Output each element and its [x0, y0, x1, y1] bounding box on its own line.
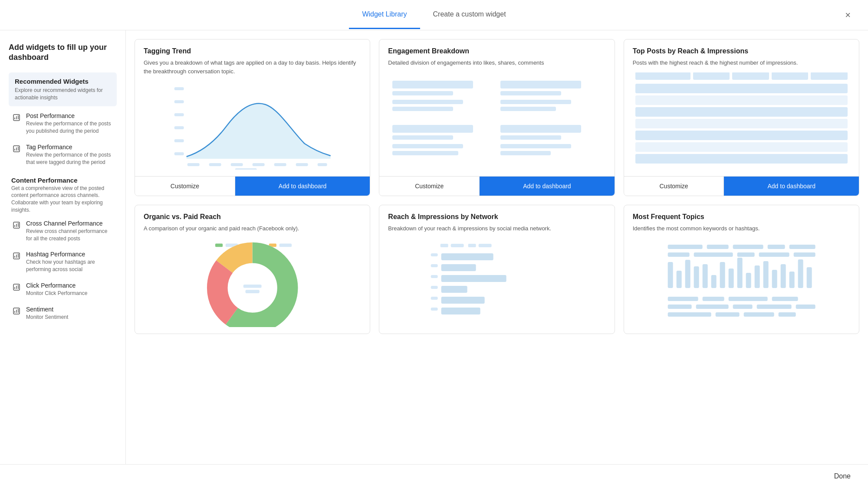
svg-rect-91 [789, 272, 794, 288]
svg-rect-86 [746, 273, 751, 288]
svg-rect-66 [441, 308, 480, 314]
svg-rect-61 [441, 253, 493, 260]
svg-rect-92 [798, 259, 803, 288]
widget-frequent-topics: Most Frequent Topics Identifies the most… [624, 205, 859, 334]
widget-tagging-trend: Tagging Trend Gives you a breakdown of w… [135, 39, 370, 196]
top-posts-customize[interactable]: Customize [624, 177, 724, 196]
top-posts-add[interactable]: Add to dashboard [724, 177, 859, 196]
click-title: Click Performance [26, 282, 87, 289]
close-button[interactable]: × [845, 10, 851, 20]
widget-reach-network: Reach & Impressions by Network Breakdown… [379, 205, 615, 334]
tab-create-custom[interactable]: Create a custom widget [420, 1, 519, 29]
svg-rect-74 [737, 252, 754, 257]
done-button[interactable]: Done [834, 472, 851, 480]
svg-rect-37 [235, 168, 257, 170]
svg-rect-106 [778, 312, 796, 317]
svg-rect-99 [696, 305, 728, 309]
svg-rect-93 [806, 267, 812, 288]
svg-rect-59 [431, 297, 438, 300]
svg-rect-79 [685, 260, 690, 288]
tagging-trend-title: Tagging Trend [144, 47, 361, 55]
sentiment-title: Sentiment [26, 306, 68, 313]
svg-rect-52 [451, 244, 464, 247]
organic-paid-preview [144, 238, 361, 329]
svg-rect-103 [667, 312, 711, 317]
engagement-desc: Detailed division of engagements into li… [388, 59, 605, 67]
sidebar-item-post-performance[interactable]: Post Performance Review the performance … [9, 108, 117, 139]
svg-rect-88 [763, 261, 768, 288]
top-posts-desc: Posts with the highest reach & the highe… [633, 59, 850, 67]
svg-rect-30 [187, 163, 200, 166]
svg-rect-32 [231, 163, 243, 166]
svg-rect-63 [441, 275, 506, 282]
svg-rect-75 [759, 252, 789, 257]
tagging-trend-add[interactable]: Add to dashboard [235, 177, 370, 196]
tab-widget-library[interactable]: Widget Library [349, 1, 420, 29]
post-performance-title: Post Performance [26, 112, 114, 119]
top-posts-title: Top Posts by Reach & Impressions [633, 47, 850, 55]
widget-organic-paid: Organic vs. Paid Reach A comparison of y… [135, 205, 370, 334]
svg-rect-54 [479, 244, 492, 247]
svg-rect-85 [737, 258, 742, 288]
widget-top-posts: Top Posts by Reach & Impressions Posts w… [624, 39, 859, 196]
tagging-trend-desc: Gives you a breakdown of what tags are a… [144, 59, 361, 75]
svg-rect-76 [793, 252, 815, 257]
content-section-desc: Get a comprehensive view of the posted c… [11, 185, 114, 214]
svg-rect-31 [209, 163, 221, 166]
engagement-actions: Customize Add to dashboard [379, 176, 614, 196]
top-posts-preview [633, 72, 850, 164]
tag-performance-desc: Review the performance of the posts that… [26, 151, 114, 166]
svg-rect-98 [667, 305, 691, 309]
tagging-trend-customize[interactable]: Customize [135, 177, 235, 196]
svg-rect-56 [431, 264, 438, 267]
content-section-title: Content Performance [11, 177, 114, 184]
svg-rect-43 [279, 243, 292, 247]
svg-rect-50 [245, 290, 259, 293]
organic-paid-desc: A comparison of your organic and paid re… [144, 224, 361, 233]
sentiment-desc: Monitor Sentiment [26, 314, 68, 321]
svg-rect-67 [667, 245, 702, 249]
svg-rect-62 [441, 264, 476, 271]
recommended-desc: Explore our recommended widgets for acti… [15, 87, 111, 102]
svg-rect-71 [789, 245, 815, 249]
svg-rect-105 [743, 312, 774, 317]
svg-rect-97 [772, 297, 798, 301]
svg-rect-95 [702, 297, 724, 301]
svg-rect-65 [441, 297, 485, 304]
svg-rect-68 [707, 245, 728, 249]
sidebar-heading: Add widgets to fill up your dashboard [9, 43, 117, 63]
sidebar-item-tag-performance[interactable]: Tag Performance Review the performance o… [9, 139, 117, 170]
sidebar-item-sentiment[interactable]: Sentiment Monitor Sentiment [9, 301, 117, 325]
recommended-title: Recommended Widgets [15, 78, 111, 85]
engagement-add[interactable]: Add to dashboard [480, 177, 615, 196]
svg-rect-26 [174, 113, 184, 116]
sidebar-category-recommended[interactable]: Recommended Widgets Explore our recommen… [9, 72, 117, 107]
svg-rect-72 [667, 252, 689, 257]
svg-rect-80 [694, 266, 699, 288]
sidebar-item-cross-channel[interactable]: Cross Channel Performance Review cross c… [9, 216, 117, 247]
svg-rect-27 [174, 126, 184, 129]
svg-rect-60 [431, 308, 438, 311]
svg-rect-96 [728, 297, 767, 301]
svg-rect-102 [796, 305, 815, 309]
post-performance-desc: Review the performance of the posts you … [26, 120, 114, 135]
reach-network-desc: Breakdown of your reach & impressions by… [388, 224, 605, 233]
svg-rect-83 [720, 262, 725, 288]
dialog-header: Widget Library Create a custom widget × [0, 0, 868, 30]
sidebar-item-click[interactable]: Click Performance Monitor Click Performa… [9, 278, 117, 301]
svg-rect-36 [318, 163, 327, 166]
engagement-title: Engagement Breakdown [388, 47, 605, 55]
tagging-trend-preview [144, 81, 361, 172]
tab-bar: Widget Library Create a custom widget [349, 1, 519, 29]
cross-channel-desc: Review cross channel performance for all… [26, 228, 114, 242]
svg-rect-101 [756, 305, 791, 309]
sidebar-item-hashtag[interactable]: Hashtag Performance Check how your hasht… [9, 246, 117, 278]
cross-channel-icon [11, 220, 22, 230]
click-icon [11, 282, 22, 292]
engagement-customize[interactable]: Customize [379, 177, 480, 196]
engagement-preview [388, 72, 605, 164]
frequent-topics-desc: Identifies the most common keywords or h… [633, 224, 850, 233]
widget-engagement: Engagement Breakdown Detailed division o… [379, 39, 615, 196]
hashtag-desc: Check how your hashtags are performing a… [26, 259, 114, 273]
svg-rect-58 [431, 286, 438, 289]
